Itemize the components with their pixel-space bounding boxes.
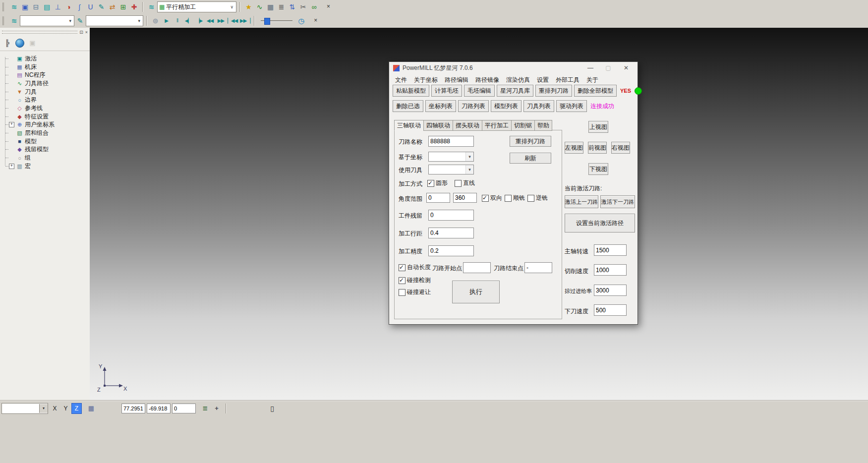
pause-icon[interactable]: ‖ — [172, 16, 182, 26]
model-stack-icon[interactable]: ≋ — [9, 1, 19, 12]
x-axis-button[interactable]: X — [50, 403, 60, 414]
tree-item-levels-sets[interactable]: ▧ 层和组合 — [3, 129, 90, 137]
list-options-icon[interactable]: ≣ — [200, 405, 210, 412]
layers-icon[interactable]: ⊞ — [118, 1, 128, 12]
binoculars-icon[interactable]: ∞ — [309, 1, 319, 12]
toolkit-icon[interactable]: ★ — [243, 1, 254, 12]
expander-icon[interactable]: + — [9, 122, 14, 127]
repair-icon[interactable]: ✚ — [129, 1, 139, 12]
model-list-button[interactable]: 模型列表 — [491, 100, 521, 112]
prev-toolpath-button[interactable]: 激活上一刀路 — [565, 195, 598, 208]
toolbar-drag-grip[interactable] — [2, 16, 6, 25]
calculator-icon[interactable]: ▦ — [265, 1, 276, 12]
panel-close-button[interactable]: × — [85, 30, 88, 35]
globe-icon[interactable] — [15, 39, 24, 48]
next-toolpath-button[interactable]: 激活下一刀路 — [600, 195, 635, 208]
set-active-toolpath-button[interactable]: 设置当前激活路径 — [565, 214, 635, 232]
tree-item-tools[interactable]: ▼ 刀具 — [3, 88, 90, 96]
sim-tool-combo[interactable]: ▾ — [86, 15, 143, 26]
tab-3-axis[interactable]: 三轴联动 — [394, 120, 424, 131]
paste-new-model-button[interactable]: 粘贴新模型 — [393, 85, 429, 97]
bulb-icon[interactable]: ⊚ — [150, 15, 161, 26]
menu-settings[interactable]: 设置 — [533, 74, 552, 86]
delete-all-models-button[interactable]: 删除全部模型 — [574, 85, 617, 97]
sim-toolpath-combo[interactable]: ▾ — [20, 15, 74, 26]
tree-item-toolpaths[interactable]: ∿ 刀具路径 — [3, 79, 90, 88]
gauge-icon[interactable]: ◑ — [63, 1, 74, 12]
menu-file[interactable]: 文件 — [392, 74, 410, 86]
close-button[interactable]: ✕ — [619, 64, 634, 71]
panel-drag-grip[interactable] — [2, 31, 77, 34]
collision-avoid-checkbox[interactable]: 碰撞避让 — [399, 288, 431, 296]
coordinate-z-input[interactable] — [172, 404, 196, 413]
tree-view-icon[interactable]: ╠ — [2, 38, 12, 49]
tree-item-patterns[interactable]: ◇ 参考线 — [3, 104, 90, 113]
graph-icon[interactable]: ∿ — [254, 1, 265, 12]
tree-item-stock-models[interactable]: ◆ 残留模型 — [3, 146, 90, 154]
end-point-input[interactable] — [524, 262, 552, 273]
coordinate-x-input[interactable] — [121, 404, 145, 413]
toolbar-close-button[interactable]: × — [312, 17, 319, 25]
xinghe-tool-library-button[interactable]: 星河刀具库 — [497, 85, 533, 97]
start-point-input[interactable] — [463, 262, 491, 273]
tree-item-models[interactable]: ■ 模型 — [3, 137, 90, 146]
menu-external-tools[interactable]: 外部工具 — [552, 74, 583, 86]
view-front-button[interactable]: 前视图 — [588, 142, 607, 154]
tree-item-groups[interactable]: ○ 组 — [3, 154, 90, 162]
coordinate-select[interactable]: ▾ — [428, 152, 474, 162]
toolpath-stack-icon[interactable]: ≋ — [146, 1, 157, 12]
workplane-icon[interactable]: ⊥ — [53, 1, 63, 12]
view-top-button[interactable]: 上视图 — [588, 121, 608, 133]
ghost-model-icon[interactable]: ▣ — [27, 38, 38, 49]
minimize-button[interactable]: — — [583, 64, 598, 71]
tree-item-nc-programs[interactable]: ▤ NC程序 — [3, 71, 90, 79]
cutting-feed-input[interactable] — [594, 264, 627, 276]
compute-stock-button[interactable]: 计算毛坯 — [431, 85, 462, 97]
tab-help[interactable]: 帮助 — [534, 120, 552, 131]
tree-item-workplanes[interactable]: + ⊕ 用户坐标系 — [3, 121, 90, 129]
view-right-button[interactable]: 右视图 — [611, 142, 630, 154]
plunge-feed-input[interactable] — [594, 304, 627, 316]
stats-icon[interactable]: ⇅ — [287, 1, 297, 12]
pencil-icon[interactable]: ✎ — [96, 1, 107, 12]
clipping-icon[interactable]: ✂ — [298, 1, 308, 12]
simulation-speed-slider[interactable] — [261, 16, 292, 25]
rearrange-toolpath-button[interactable]: 重排列刀路 — [510, 136, 551, 147]
drive-list-button[interactable]: 驱动列表 — [556, 100, 587, 112]
go-end-icon[interactable]: ▶▶▕ — [239, 16, 251, 26]
save-icon[interactable]: ▣ — [20, 1, 30, 12]
stepover-input[interactable] — [428, 228, 474, 238]
tree-item-activate[interactable]: ▣ 激活 — [3, 55, 90, 63]
tolerance-input[interactable] — [428, 245, 474, 256]
view-bottom-button[interactable]: 下视图 — [588, 163, 608, 175]
toolpath-list-button[interactable]: 刀路列表 — [458, 100, 489, 112]
line-checkbox[interactable]: 直线 — [455, 179, 475, 187]
step-back-icon[interactable]: ◀▏ — [183, 16, 193, 26]
grid-toggle-button[interactable]: ▦ — [86, 405, 96, 412]
print-icon[interactable]: ⊟ — [31, 1, 41, 12]
pick-position-icon[interactable]: + — [212, 405, 222, 412]
slider-handle[interactable] — [264, 18, 270, 25]
measure-icon[interactable]: ≣ — [276, 1, 287, 12]
monitor-icon[interactable]: ▯ — [267, 405, 277, 412]
coordinate-list-button[interactable]: 坐标列表 — [425, 100, 456, 112]
tree-item-macros[interactable]: + ▥ 宏 — [3, 162, 90, 171]
execute-button[interactable]: 执行 — [452, 281, 500, 303]
pin-icon[interactable]: ⊡ — [79, 30, 83, 35]
tree-item-machine-tools[interactable]: ▦ 机床 — [3, 63, 90, 71]
menu-about[interactable]: 关于 — [583, 74, 602, 86]
toolpath-name-input[interactable] — [428, 136, 474, 147]
skim-feed-input[interactable] — [594, 285, 627, 296]
coordinate-y-input[interactable] — [147, 404, 171, 413]
machining-strategy-combo[interactable]: ▦ 平行精加工 ∨ — [157, 1, 236, 12]
z-axis-button[interactable]: Z — [71, 403, 82, 414]
collision-check-checkbox[interactable]: 碰撞检测 — [399, 276, 431, 285]
clipboard-icon[interactable]: ▤ — [42, 1, 52, 12]
rearrange-toolpaths-button[interactable]: 重排列刀路 — [535, 85, 572, 97]
refresh-button[interactable]: 刷新 — [510, 153, 551, 164]
menu-about-coordinates[interactable]: 关于坐标 — [410, 74, 441, 86]
go-start-icon[interactable]: ▏◀◀ — [227, 16, 238, 26]
tree-item-feature-sets[interactable]: ◆ 特征设置 — [3, 113, 90, 121]
menu-path-edit[interactable]: 路径编辑 — [441, 74, 472, 86]
search-forward-icon[interactable]: ▶▶ — [216, 16, 226, 26]
